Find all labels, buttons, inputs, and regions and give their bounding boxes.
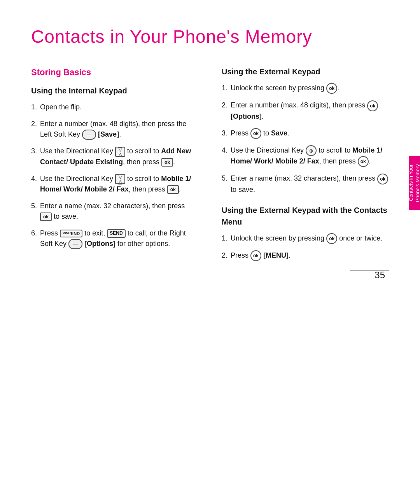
ok-circle-icon-4: ok xyxy=(358,156,369,167)
right-soft-key-icon: ― xyxy=(68,239,82,249)
ext-step-content-3: Press ok to Save. xyxy=(231,128,389,139)
step-num-4: 4. xyxy=(31,174,37,195)
pwr-end-key-icon: PWREND xyxy=(60,230,82,237)
step-3: 3. Use the Directional Key ▽△ to scroll … xyxy=(31,146,198,167)
step-4: 4. Use the Directional Key ▽△ to scroll … xyxy=(31,174,198,195)
ok-square-icon-2: ok xyxy=(167,185,179,194)
step-num-2: 2. xyxy=(31,119,37,140)
ext-step-3: 3. Press ok to Save. xyxy=(222,128,389,139)
page-container: Contacts in Your Phone's Memory Storing … xyxy=(0,0,420,302)
ok-circle-icon-2: ok xyxy=(367,100,378,111)
ext-step-num-2: 2. xyxy=(222,100,228,121)
step-2: 2. Enter a number (max. 48 digits), then… xyxy=(31,119,198,140)
menu-step-content-1: Unlock the screen by pressing ok once or… xyxy=(231,233,389,244)
menu-label: [MENU] xyxy=(263,251,289,259)
options-label-left: [Options] xyxy=(84,240,116,248)
ok-circle-icon-1: ok xyxy=(326,83,337,94)
ok-circle-icon-5: ok xyxy=(377,174,388,184)
ext-step-2: 2. Enter a number (max. 48 digits), then… xyxy=(222,100,389,121)
page-number: 35 xyxy=(374,268,385,282)
step-num-5: 5. xyxy=(31,201,37,222)
ext-step-content-1: Unlock the screen by pressing ok. xyxy=(231,83,389,94)
menu-step-num-1: 1. xyxy=(222,233,228,244)
internal-keypad-steps: 1. Open the flip. 2. Enter a number (max… xyxy=(31,102,198,249)
step-num-6: 6. xyxy=(31,228,37,249)
step-1: 1. Open the flip. xyxy=(31,102,198,112)
ext-step-num-1: 1. xyxy=(222,83,228,94)
ext-step-num-3: 3. xyxy=(222,128,228,139)
external-keypad-steps: 1. Unlock the screen by pressing ok. 2. … xyxy=(222,83,389,195)
two-column-layout: Storing Basics Using the Internal Keypad… xyxy=(31,66,389,270)
page-title: Contacts in Your Phone's Memory xyxy=(31,23,389,50)
sub-heading-external-keypad-contacts-menu: Using the External Keypad with the Conta… xyxy=(222,204,389,228)
ok-circle-icon-3: ok xyxy=(250,128,261,139)
ext-step-content-2: Enter a number (max. 48 digits), then pr… xyxy=(231,100,389,121)
menu-step-1: 1. Unlock the screen by pressing ok once… xyxy=(222,233,389,244)
external-keypad-contacts-menu-steps: 1. Unlock the screen by pressing ok once… xyxy=(222,233,389,262)
ok-circle-icon-7: ok xyxy=(250,250,261,261)
step-content-1: Open the flip. xyxy=(40,102,198,112)
step-num-1: 1. xyxy=(31,102,37,112)
step-content-6: Press PWREND to exit, SEND to call, or t… xyxy=(40,228,198,249)
section-heading-storing-basics: Storing Basics xyxy=(31,66,198,79)
step-num-3: 3. xyxy=(31,146,37,167)
sub-heading-external-keypad: Using the External Keypad xyxy=(222,66,389,77)
ok-square-icon-1: ok xyxy=(161,158,173,167)
ok-circle-icon-6: ok xyxy=(326,233,337,244)
menu-step-num-2: 2. xyxy=(222,250,228,261)
ext-step-num-5: 5. xyxy=(222,173,228,195)
ext-step-4: 4. Use the Directional Key ⊕ to scroll t… xyxy=(222,145,389,167)
ext-step-content-5: Enter a name (max. 32 characters), then … xyxy=(231,173,389,195)
ok-square-icon-3: ok xyxy=(40,212,52,221)
step-content-2: Enter a number (max. 48 digits), then pr… xyxy=(40,119,198,140)
ext-step-num-4: 4. xyxy=(222,145,228,167)
ext-step-1: 1. Unlock the screen by pressing ok. xyxy=(222,83,389,94)
sub-heading-internal-keypad: Using the Internal Keypad xyxy=(31,85,198,97)
step-5: 5. Enter a name (max. 32 characters), th… xyxy=(31,201,198,222)
options-label-right: [Options] xyxy=(231,112,262,120)
dir-key-circle-icon: ⊕ xyxy=(306,145,317,156)
dir-key-icon-1: ▽△ xyxy=(115,147,125,157)
menu-step-content-2: Press ok [MENU]. xyxy=(231,250,389,261)
send-key-icon: SEND xyxy=(107,229,125,238)
soft-key-icon: ― xyxy=(82,130,96,140)
step-content-3: Use the Directional Key ▽△ to scroll to … xyxy=(40,146,198,167)
dir-key-icon-2: ▽△ xyxy=(115,174,125,184)
page-tab: Contacts in Your Phone's Memory xyxy=(409,156,420,210)
right-column: Using the External Keypad 1. Unlock the … xyxy=(222,66,389,270)
left-column: Storing Basics Using the Internal Keypad… xyxy=(31,66,198,270)
page-tab-text: Contacts in Your Phone's Memory xyxy=(408,156,420,210)
step-content-5: Enter a name (max. 32 characters), then … xyxy=(40,201,198,222)
save-bold-label: Save xyxy=(271,129,287,137)
ext-step-5: 5. Enter a name (max. 32 characters), th… xyxy=(222,173,389,195)
menu-step-2: 2. Press ok [MENU]. xyxy=(222,250,389,261)
ext-step-content-4: Use the Directional Key ⊕ to scroll to M… xyxy=(231,145,389,167)
save-label: [Save] xyxy=(98,130,119,138)
step-6: 6. Press PWREND to exit, SEND to call, o… xyxy=(31,228,198,249)
step-content-4: Use the Directional Key ▽△ to scroll to … xyxy=(40,174,198,195)
